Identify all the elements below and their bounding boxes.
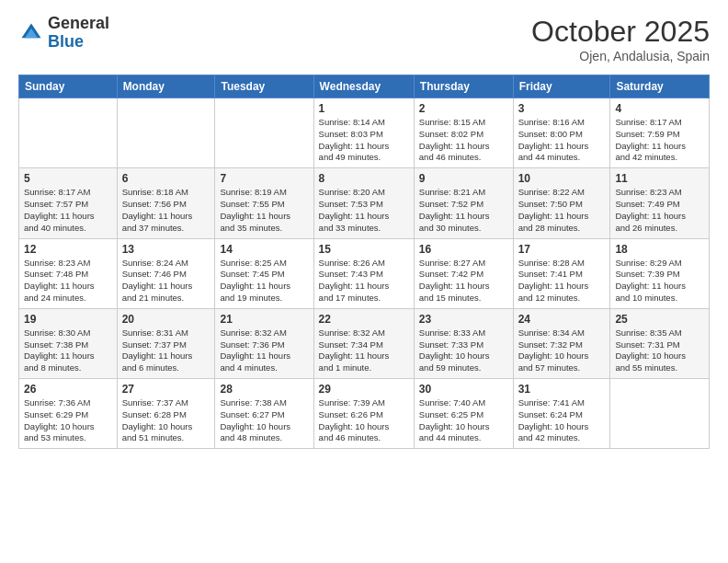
table-row: 12Sunrise: 8:23 AM Sunset: 7:48 PM Dayli…: [19, 238, 118, 308]
day-info: Sunrise: 8:33 AM Sunset: 7:33 PM Dayligh…: [419, 327, 508, 374]
day-info: Sunrise: 8:30 AM Sunset: 7:38 PM Dayligh…: [24, 327, 112, 374]
table-row: [215, 98, 313, 168]
day-number: 11: [615, 172, 704, 185]
day-info: Sunrise: 7:36 AM Sunset: 6:29 PM Dayligh…: [24, 397, 112, 444]
day-info: Sunrise: 8:25 AM Sunset: 7:45 PM Dayligh…: [220, 258, 308, 304]
weekday-header-row: Sunday Monday Tuesday Wednesday Thursday…: [19, 75, 710, 98]
day-info: Sunrise: 8:23 AM Sunset: 7:48 PM Dayligh…: [24, 258, 112, 304]
calendar-week-row: 19Sunrise: 8:30 AM Sunset: 7:38 PM Dayli…: [19, 308, 710, 378]
day-info: Sunrise: 7:38 AM Sunset: 6:27 PM Dayligh…: [220, 397, 308, 444]
calendar-week-row: 1Sunrise: 8:14 AM Sunset: 8:03 PM Daylig…: [19, 98, 710, 168]
logo-general-text: General: [48, 15, 109, 33]
day-number: 8: [319, 172, 409, 185]
day-info: Sunrise: 8:24 AM Sunset: 7:46 PM Dayligh…: [122, 258, 210, 304]
day-number: 24: [518, 313, 606, 326]
day-info: Sunrise: 8:32 AM Sunset: 7:34 PM Dayligh…: [319, 327, 409, 374]
day-number: 12: [24, 243, 112, 256]
day-number: 31: [518, 383, 606, 396]
table-row: 31Sunrise: 7:41 AM Sunset: 6:24 PM Dayli…: [513, 379, 610, 449]
day-number: 16: [419, 243, 508, 256]
header-thursday: Thursday: [414, 75, 513, 98]
header-wednesday: Wednesday: [313, 75, 414, 98]
day-number: 13: [122, 243, 210, 256]
day-info: Sunrise: 8:15 AM Sunset: 8:02 PM Dayligh…: [419, 117, 508, 164]
day-number: 29: [319, 383, 409, 396]
table-row: 2Sunrise: 8:15 AM Sunset: 8:02 PM Daylig…: [414, 98, 513, 168]
day-info: Sunrise: 8:26 AM Sunset: 7:43 PM Dayligh…: [319, 258, 409, 304]
table-row: 19Sunrise: 8:30 AM Sunset: 7:38 PM Dayli…: [19, 308, 118, 378]
table-row: 30Sunrise: 7:40 AM Sunset: 6:25 PM Dayli…: [414, 379, 513, 449]
day-number: 19: [24, 313, 112, 326]
table-row: 7Sunrise: 8:19 AM Sunset: 7:55 PM Daylig…: [215, 168, 313, 238]
day-info: Sunrise: 8:32 AM Sunset: 7:36 PM Dayligh…: [220, 327, 308, 374]
table-row: 17Sunrise: 8:28 AM Sunset: 7:41 PM Dayli…: [513, 238, 610, 308]
day-number: 20: [122, 313, 210, 326]
day-number: 6: [122, 172, 210, 185]
table-row: 13Sunrise: 8:24 AM Sunset: 7:46 PM Dayli…: [117, 238, 215, 308]
calendar-table: Sunday Monday Tuesday Wednesday Thursday…: [18, 75, 710, 449]
day-number: 28: [220, 383, 308, 396]
calendar-week-row: 12Sunrise: 8:23 AM Sunset: 7:48 PM Dayli…: [19, 238, 710, 308]
table-row: 6Sunrise: 8:18 AM Sunset: 7:56 PM Daylig…: [117, 168, 215, 238]
day-number: 5: [24, 172, 112, 185]
day-number: 21: [220, 313, 308, 326]
table-row: 24Sunrise: 8:34 AM Sunset: 7:32 PM Dayli…: [513, 308, 610, 378]
table-row: 23Sunrise: 8:33 AM Sunset: 7:33 PM Dayli…: [414, 308, 513, 378]
day-info: Sunrise: 8:17 AM Sunset: 7:57 PM Dayligh…: [24, 187, 112, 234]
day-info: Sunrise: 8:34 AM Sunset: 7:32 PM Dayligh…: [518, 327, 606, 374]
page-header: General Blue October 2025 Ojen, Andalusi…: [18, 15, 710, 63]
day-info: Sunrise: 8:14 AM Sunset: 8:03 PM Dayligh…: [319, 117, 409, 164]
logo-blue-text: Blue: [48, 33, 109, 52]
table-row: 16Sunrise: 8:27 AM Sunset: 7:42 PM Dayli…: [414, 238, 513, 308]
day-info: Sunrise: 7:37 AM Sunset: 6:28 PM Dayligh…: [122, 397, 210, 444]
calendar-location: Ojen, Andalusia, Spain: [531, 49, 710, 63]
day-info: Sunrise: 8:20 AM Sunset: 7:53 PM Dayligh…: [319, 187, 409, 234]
table-row: 22Sunrise: 8:32 AM Sunset: 7:34 PM Dayli…: [313, 308, 414, 378]
table-row: 29Sunrise: 7:39 AM Sunset: 6:26 PM Dayli…: [313, 379, 414, 449]
day-info: Sunrise: 8:22 AM Sunset: 7:50 PM Dayligh…: [518, 187, 606, 234]
day-info: Sunrise: 7:40 AM Sunset: 6:25 PM Dayligh…: [419, 397, 508, 444]
header-friday: Friday: [513, 75, 610, 98]
logo-icon: [18, 20, 44, 46]
header-monday: Monday: [117, 75, 215, 98]
day-number: 2: [419, 102, 508, 115]
table-row: 18Sunrise: 8:29 AM Sunset: 7:39 PM Dayli…: [610, 238, 710, 308]
header-tuesday: Tuesday: [215, 75, 313, 98]
table-row: 8Sunrise: 8:20 AM Sunset: 7:53 PM Daylig…: [313, 168, 414, 238]
day-number: 25: [615, 313, 704, 326]
calendar-week-row: 5Sunrise: 8:17 AM Sunset: 7:57 PM Daylig…: [19, 168, 710, 238]
day-info: Sunrise: 8:35 AM Sunset: 7:31 PM Dayligh…: [615, 327, 704, 374]
day-number: 17: [518, 243, 606, 256]
table-row: 21Sunrise: 8:32 AM Sunset: 7:36 PM Dayli…: [215, 308, 313, 378]
table-row: [19, 98, 118, 168]
table-row: [610, 379, 710, 449]
day-number: 26: [24, 383, 112, 396]
table-row: 5Sunrise: 8:17 AM Sunset: 7:57 PM Daylig…: [19, 168, 118, 238]
day-info: Sunrise: 8:17 AM Sunset: 7:59 PM Dayligh…: [615, 117, 704, 164]
day-info: Sunrise: 8:18 AM Sunset: 7:56 PM Dayligh…: [122, 187, 210, 234]
table-row: 28Sunrise: 7:38 AM Sunset: 6:27 PM Dayli…: [215, 379, 313, 449]
title-block: October 2025 Ojen, Andalusia, Spain: [531, 15, 710, 63]
day-info: Sunrise: 8:28 AM Sunset: 7:41 PM Dayligh…: [518, 258, 606, 304]
day-number: 23: [419, 313, 508, 326]
table-row: 27Sunrise: 7:37 AM Sunset: 6:28 PM Dayli…: [117, 379, 215, 449]
table-row: 26Sunrise: 7:36 AM Sunset: 6:29 PM Dayli…: [19, 379, 118, 449]
header-saturday: Saturday: [610, 75, 710, 98]
logo: General Blue: [18, 15, 109, 52]
header-sunday: Sunday: [19, 75, 118, 98]
day-info: Sunrise: 8:23 AM Sunset: 7:49 PM Dayligh…: [615, 187, 704, 234]
table-row: 15Sunrise: 8:26 AM Sunset: 7:43 PM Dayli…: [313, 238, 414, 308]
day-number: 14: [220, 243, 308, 256]
day-number: 30: [419, 383, 508, 396]
day-info: Sunrise: 8:27 AM Sunset: 7:42 PM Dayligh…: [419, 258, 508, 304]
day-number: 7: [220, 172, 308, 185]
day-info: Sunrise: 7:39 AM Sunset: 6:26 PM Dayligh…: [319, 397, 409, 444]
day-info: Sunrise: 8:21 AM Sunset: 7:52 PM Dayligh…: [419, 187, 508, 234]
table-row: 4Sunrise: 8:17 AM Sunset: 7:59 PM Daylig…: [610, 98, 710, 168]
table-row: 11Sunrise: 8:23 AM Sunset: 7:49 PM Dayli…: [610, 168, 710, 238]
table-row: 1Sunrise: 8:14 AM Sunset: 8:03 PM Daylig…: [313, 98, 414, 168]
table-row: 3Sunrise: 8:16 AM Sunset: 8:00 PM Daylig…: [513, 98, 610, 168]
day-number: 9: [419, 172, 508, 185]
calendar-title: October 2025: [531, 15, 710, 49]
table-row: 10Sunrise: 8:22 AM Sunset: 7:50 PM Dayli…: [513, 168, 610, 238]
